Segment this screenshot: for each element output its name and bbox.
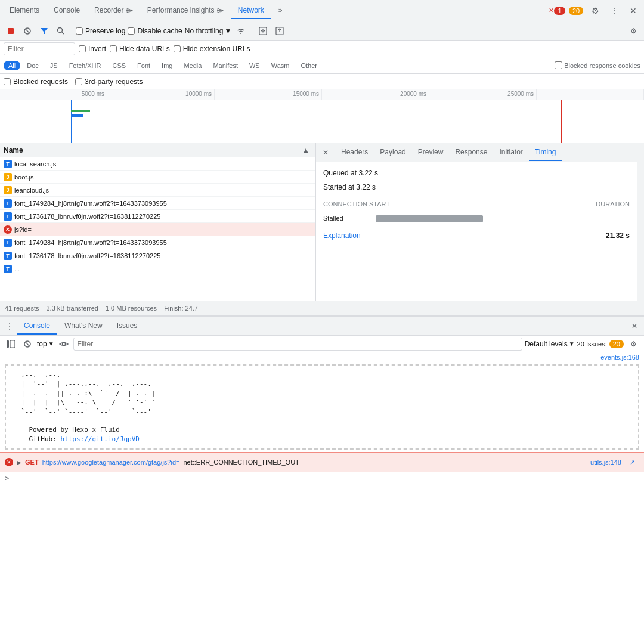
console-clear-icon[interactable] <box>20 337 35 351</box>
blocked-cookies-input[interactable] <box>555 61 562 69</box>
list-item[interactable]: J leancloud.js <box>0 184 315 197</box>
resources-size: 1.0 MB resources <box>106 305 157 312</box>
list-item[interactable]: T font_1749284_hj8rtnfg7um.woff2?t=16433… <box>0 236 315 249</box>
list-item[interactable]: T font_1749284_hj8rtnfg7um.woff2?t=16433… <box>0 197 315 210</box>
detail-tab-headers[interactable]: Headers <box>335 144 374 161</box>
type-btn-img[interactable]: Img <box>157 61 177 70</box>
type-btn-doc[interactable]: Doc <box>22 61 44 70</box>
close-devtools-icon[interactable]: ✕ <box>625 2 642 19</box>
type-btn-manifest[interactable]: Manifest <box>208 61 243 70</box>
tab-network[interactable]: Network <box>231 2 271 19</box>
console-menu-icon[interactable]: ⋮ <box>2 319 17 333</box>
scroll-up-button[interactable]: ▲ <box>300 144 312 156</box>
console-filter-input[interactable] <box>73 338 522 351</box>
hide-extension-urls-checkbox[interactable]: Hide extension URLs <box>174 45 250 53</box>
list-item[interactable]: T ... <box>0 262 315 275</box>
error-url-link[interactable]: https://www.googletagmanager.com/gtag/js… <box>42 459 180 466</box>
default-levels-button[interactable]: Default levels ▼ <box>525 340 575 348</box>
type-btn-ws[interactable]: WS <box>244 61 265 70</box>
detail-tab-preview[interactable]: Preview <box>412 144 450 161</box>
top-context-select[interactable]: top ▼ <box>37 340 54 348</box>
stop-recording-button[interactable] <box>4 24 18 38</box>
import-button[interactable] <box>256 24 270 38</box>
file-list-header: Name ▲ <box>0 143 315 157</box>
explanation-link[interactable]: Explanation <box>323 230 361 243</box>
error-badge[interactable]: ✕ 1 <box>549 2 565 19</box>
disable-cache-checkbox[interactable]: Disable cache <box>128 27 182 35</box>
warning-badge[interactable]: 20 <box>568 2 584 19</box>
type-btn-all[interactable]: All <box>4 61 20 70</box>
filter-input[interactable] <box>4 42 75 55</box>
preserve-log-input[interactable] <box>76 27 83 35</box>
console-tab-console[interactable]: Console <box>17 318 57 335</box>
type-btn-css[interactable]: CSS <box>107 61 131 70</box>
tab-elements[interactable]: Elements <box>2 2 47 19</box>
third-party-requests-checkbox[interactable]: 3rd-party requests <box>75 78 143 86</box>
detail-close-button[interactable]: ✕ <box>318 145 333 160</box>
type-btn-media[interactable]: Media <box>179 61 206 70</box>
timeline-area: 5000 ms 10000 ms 15000 ms 20000 ms 25000… <box>0 89 644 143</box>
hide-data-urls-checkbox[interactable]: Hide data URLs <box>110 45 170 53</box>
error-file-link[interactable]: utils.js:148 <box>590 459 621 466</box>
console-tab-issues[interactable]: Issues <box>110 318 145 335</box>
separator-2 <box>252 25 252 37</box>
settings-icon[interactable]: ⚙ <box>587 2 603 19</box>
console-panel: ⋮ Console What's New Issues ✕ top ▼ Defa… <box>0 315 644 485</box>
stalled-row: Stalled - <box>323 213 630 225</box>
transferred-size: 3.3 kB transferred <box>46 305 98 312</box>
console-settings-icon[interactable]: ⚙ <box>626 337 640 351</box>
http-method: GET <box>25 459 39 466</box>
console-close-button[interactable]: ✕ <box>627 319 642 333</box>
expand-icon[interactable]: ▶ <box>17 459 21 466</box>
detail-tab-response[interactable]: Response <box>449 144 493 161</box>
type-btn-font[interactable]: Font <box>132 61 155 70</box>
detail-tab-timing[interactable]: Timing <box>529 144 562 161</box>
hide-data-urls-input[interactable] <box>110 45 117 52</box>
search-button[interactable] <box>54 24 68 38</box>
list-item[interactable]: J boot.js <box>0 171 315 184</box>
list-item[interactable]: T local-search.js <box>0 157 315 171</box>
type-filter-row: All Doc JS Fetch/XHR CSS Font Img Media … <box>0 57 644 74</box>
hide-extension-urls-input[interactable] <box>174 45 181 52</box>
devtools-tab-bar: Elements Console Recorder ⌲ Performance … <box>0 0 644 21</box>
list-item-selected[interactable]: ✕ js?id= <box>0 223 315 236</box>
type-btn-wasm[interactable]: Wasm <box>267 61 295 70</box>
console-tab-whatsnew[interactable]: What's New <box>57 318 110 335</box>
blocked-cookies-checkbox[interactable]: Blocked response cookies <box>555 61 640 69</box>
tab-console[interactable]: Console <box>47 2 87 19</box>
finish-time: Finish: 24.7 <box>164 305 198 312</box>
wifi-icon[interactable] <box>234 24 248 38</box>
export-button[interactable] <box>273 24 287 38</box>
detail-scrollbar[interactable] <box>637 162 644 301</box>
blocked-requests-checkbox[interactable]: Blocked requests <box>4 78 68 86</box>
list-item[interactable]: T font_1736178_lbnruvf0jn.woff2?t=163811… <box>0 249 315 262</box>
type-btn-js[interactable]: JS <box>45 61 63 70</box>
throttle-select[interactable]: No throttling ▼ <box>185 27 232 35</box>
log-link[interactable]: events.js:168 <box>0 352 644 362</box>
network-settings-icon[interactable]: ⚙ <box>626 24 640 38</box>
ascii-github-link[interactable]: https://git.io/JqpVD <box>60 435 139 443</box>
console-prompt[interactable]: > <box>0 472 644 485</box>
tab-recorder[interactable]: Recorder ⌲ <box>87 2 140 19</box>
detail-tab-initiator[interactable]: Initiator <box>493 144 528 161</box>
filter-button[interactable] <box>37 24 51 38</box>
detail-tab-payload[interactable]: Payload <box>374 144 411 161</box>
console-eye-icon[interactable] <box>57 337 71 351</box>
third-party-requests-input[interactable] <box>75 78 82 85</box>
type-btn-fetchxhr[interactable]: Fetch/XHR <box>64 61 106 70</box>
console-sidebar-icon[interactable] <box>4 337 18 351</box>
clear-button[interactable] <box>20 24 35 38</box>
invert-checkbox[interactable]: Invert <box>79 45 106 53</box>
invert-input[interactable] <box>79 45 86 52</box>
preserve-log-checkbox[interactable]: Preserve log <box>76 27 125 35</box>
error-external-link-icon[interactable]: ↗ <box>625 455 639 469</box>
detail-panel: ✕ Headers Payload Preview Response Initi… <box>316 143 644 301</box>
issues-badge: 20 Issues: 20 <box>577 340 624 348</box>
tab-performance[interactable]: Performance insights ⌲ <box>140 2 231 19</box>
blocked-requests-input[interactable] <box>4 78 11 85</box>
disable-cache-input[interactable] <box>128 27 135 35</box>
type-btn-other[interactable]: Other <box>296 61 322 70</box>
list-item[interactable]: T font_1736178_lbnruvf0jn.woff2?t=163811… <box>0 210 315 223</box>
more-options-icon[interactable]: ⋮ <box>606 2 623 19</box>
tab-more[interactable]: » <box>271 2 290 19</box>
